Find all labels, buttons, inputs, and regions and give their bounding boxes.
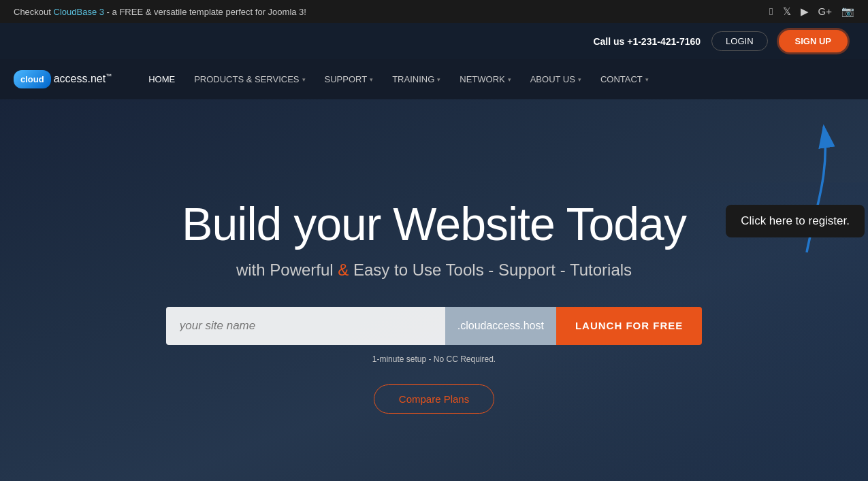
- nav-menu: HOME PRODUCTS & SERVICES ▾ SUPPORT ▾ TRA…: [139, 59, 658, 99]
- call-us-text: Call us +1-231-421-7160: [593, 36, 701, 47]
- logo-cloud: cloud: [14, 70, 51, 88]
- domain-search-bar: .cloudaccess.host LAUNCH FOR FREE: [102, 307, 766, 345]
- header-top: Call us +1-231-421-7160 LOGIN SIGN UP: [0, 23, 868, 59]
- facebook-icon[interactable]: : [769, 5, 773, 18]
- logo[interactable]: cloud access.net™: [14, 61, 112, 98]
- compare-plans-button[interactable]: Compare Plans: [374, 384, 494, 414]
- setup-note: 1-minute setup - No CC Required.: [102, 354, 766, 364]
- nav-item-network[interactable]: NETWORK ▾: [450, 59, 520, 99]
- nav-bar: cloud access.net™ HOME PRODUCTS & SERVIC…: [0, 59, 868, 99]
- logo-text: access.net™: [54, 73, 112, 85]
- hero-section: Build your Website Today with Powerful &…: [0, 99, 868, 481]
- twitter-icon[interactable]: 𝕏: [783, 5, 791, 18]
- nav-item-contact[interactable]: CONTACT ▾: [591, 59, 658, 99]
- google-plus-icon[interactable]: G+: [818, 5, 832, 18]
- login-button[interactable]: LOGIN: [711, 31, 767, 51]
- nav-item-about[interactable]: ABOUT US ▾: [521, 59, 591, 99]
- nav-item-support[interactable]: SUPPORT ▾: [315, 59, 383, 99]
- hero-subtitle: with Powerful & Easy to Use Tools - Supp…: [102, 261, 766, 280]
- youtube-icon[interactable]: ▶: [801, 5, 809, 18]
- hero-title: Build your Website Today: [102, 199, 766, 250]
- signup-button[interactable]: SIGN UP: [779, 30, 848, 52]
- instagram-icon[interactable]: 📷: [841, 5, 854, 18]
- site-name-input[interactable]: [166, 307, 445, 345]
- cloudbase-link[interactable]: CloudBase 3: [54, 7, 104, 17]
- nav-item-products[interactable]: PRODUCTS & SERVICES ▾: [184, 59, 315, 99]
- announcement-bar: Checkout CloudBase 3 - a FREE & versatil…: [0, 0, 868, 23]
- social-icons-group:  𝕏 ▶ G+ 📷: [769, 5, 854, 18]
- domain-suffix: .cloudaccess.host: [445, 307, 556, 345]
- hero-content: Build your Website Today with Powerful &…: [102, 199, 766, 414]
- launch-button[interactable]: LAUNCH FOR FREE: [556, 307, 702, 345]
- announcement-text: Checkout CloudBase 3 - a FREE & versatil…: [14, 7, 306, 17]
- nav-item-home[interactable]: HOME: [139, 59, 184, 99]
- nav-item-training[interactable]: TRAINING ▾: [383, 59, 450, 99]
